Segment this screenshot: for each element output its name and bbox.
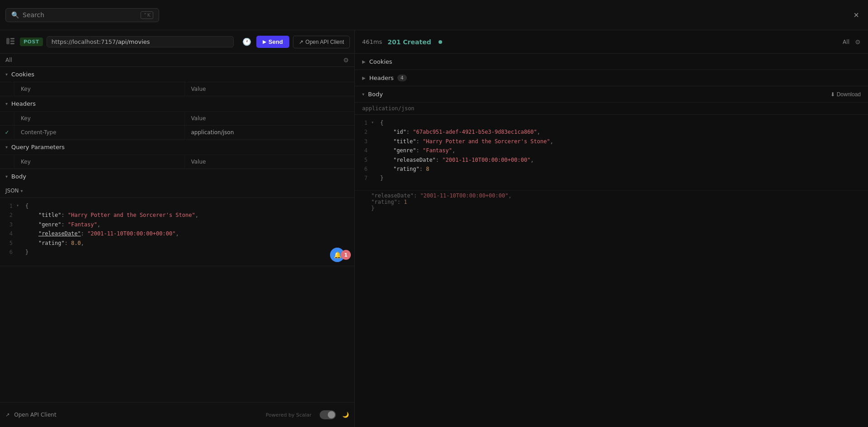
response-time: 461ms <box>362 38 382 45</box>
resp-code-line-2: 2 "id": "67abc951-adef-4921-b5e3-9d83ec1… <box>355 127 868 136</box>
cookies-section: ▾ Cookies Key Value <box>0 67 354 96</box>
body-chevron: ▾ <box>5 174 8 179</box>
powered-by-label: Powered by Scalar <box>266 412 311 418</box>
code-editor: 1 ▾ { 2 "title": "Harry Potter and the S… <box>0 198 354 260</box>
status-dot <box>439 40 442 44</box>
json-format-selector[interactable]: JSON ▾ <box>0 184 354 198</box>
resp-cookies-title: Cookies <box>369 58 392 65</box>
notification-count: 1 <box>341 250 351 260</box>
cookies-key-header: Key <box>14 82 185 96</box>
svg-rect-1 <box>10 38 14 39</box>
body-title: Body <box>11 173 26 180</box>
response-body-section: ▾ Body ⬇ Download application/json 1 ▾ {… <box>355 86 868 187</box>
theme-toggle[interactable] <box>320 410 336 419</box>
play-icon: ▶ <box>263 39 266 44</box>
keyboard-hint: ⌃K <box>141 11 153 19</box>
url-base: https://localhost:7157 <box>52 38 116 45</box>
resp-body-title: Body <box>368 91 383 98</box>
qp-check-cell <box>0 155 14 169</box>
response-headers-header[interactable]: ▶ Headers 4 <box>355 70 868 86</box>
cookies-header-row: Key Value <box>0 82 354 96</box>
json-chevron: ▾ <box>21 188 23 193</box>
history-button[interactable]: 🕐 <box>241 36 253 47</box>
body-editor[interactable]: 1 ▾ { 2 "title": "Harry Potter and the S… <box>0 198 354 266</box>
body-section-header[interactable]: ▾ Body <box>0 169 354 184</box>
open-api-button[interactable]: ↗ Open API Client <box>293 36 350 48</box>
resp-code-line-7: 7 } <box>355 174 868 183</box>
resp-cookies-chevron: ▶ <box>362 59 366 64</box>
left-panel-bottom: ↗ Open API Client Powered by Scalar 🌙 <box>0 402 354 427</box>
status-badge: 201 Created <box>387 38 431 46</box>
top-search-bar: 🔍 Search ⌃K × <box>0 0 868 30</box>
body-section: ▾ Body JSON ▾ 1 ▾ { 2 <box>0 169 354 266</box>
resp-code-line-4: 4 "genre": "Fantasy", <box>355 146 868 155</box>
headers-section-header[interactable]: ▾ Headers <box>0 96 354 111</box>
request-panel-header: All ⚙ <box>0 54 354 67</box>
content-type-checkbox[interactable]: ✓ <box>0 126 14 139</box>
content-type-value: application/json <box>185 126 355 139</box>
download-icon: ⬇ <box>830 91 835 98</box>
url-bar: POST https://localhost:7157 /api/movies … <box>0 30 354 54</box>
content-type-key: Content-Type <box>14 126 185 139</box>
moon-icon: 🌙 <box>342 412 349 418</box>
response-panel: 461ms 201 Created All ⚙ ▶ Cookies ▶ Head… <box>355 30 868 427</box>
response-all-label[interactable]: All <box>843 39 849 45</box>
notification-badge[interactable]: 🔔 1 <box>330 248 351 262</box>
headers-key-header: Key <box>14 112 185 125</box>
open-api-link-icon: ↗ <box>5 412 9 418</box>
resp-headers-chevron: ▶ <box>362 75 366 80</box>
response-content-type: application/json <box>355 103 868 115</box>
resp-body-chevron: ▾ <box>362 92 364 97</box>
code-line-4: 4 "releaseDate": "2001-11-10T00:00:00+00… <box>0 229 354 238</box>
open-api-link[interactable]: Open API Client <box>14 412 56 418</box>
sidebar-toggle-button[interactable] <box>5 36 16 48</box>
query-params-title: Query Parameters <box>11 144 65 150</box>
resp-code-line-1: 1 ▾ { <box>355 118 868 127</box>
cookies-chevron: ▾ <box>5 72 8 77</box>
search-box[interactable]: 🔍 Search ⌃K <box>5 8 159 22</box>
headers-title: Headers <box>11 100 36 107</box>
external-icon: ↗ <box>299 39 303 45</box>
check-icon: ✓ <box>5 129 9 136</box>
cookies-section-header[interactable]: ▾ Cookies <box>0 67 354 82</box>
resp-code-line-3: 3 "title": "Harry Potter and the Sorcere… <box>355 137 868 146</box>
response-cookies-header[interactable]: ▶ Cookies <box>355 54 868 70</box>
code-line-2: 2 "title": "Harry Potter and the Sorcere… <box>0 211 354 220</box>
svg-rect-3 <box>10 43 14 44</box>
close-button[interactable]: × <box>850 8 863 22</box>
send-label: Send <box>269 38 283 45</box>
url-input[interactable]: https://localhost:7157 /api/movies <box>47 36 234 47</box>
query-params-chevron: ▾ <box>5 145 8 150</box>
filter-button[interactable]: ⚙ <box>343 56 349 64</box>
json-type-label: JSON <box>5 188 19 194</box>
code-line-3: 3 "genre": "Fantasy", <box>0 220 354 229</box>
headers-header-row: Key Value <box>0 111 354 125</box>
cookies-title: Cookies <box>11 71 34 78</box>
response-headers-section: ▶ Headers 4 <box>355 70 868 86</box>
all-filter-label[interactable]: All <box>5 57 12 63</box>
query-params-section-header[interactable]: ▾ Query Parameters <box>0 140 354 155</box>
cookies-value-header: Value <box>185 82 355 96</box>
response-body-header[interactable]: ▾ Body ⬇ Download <box>355 86 868 103</box>
qp-value-header: Value <box>185 155 355 169</box>
headers-section: ▾ Headers Key Value ✓ Content-Type appli… <box>0 96 354 140</box>
header-row-content-type: ✓ Content-Type application/json <box>0 125 354 139</box>
http-method-badge: POST <box>20 38 43 46</box>
url-actions: 🕐 ▶ Send ↗ Open API Client <box>241 36 350 48</box>
resp-code-line-6: 6 "rating": 8 <box>355 164 868 174</box>
query-params-header-row: Key Value <box>0 155 354 169</box>
code-line-5: 5 "rating": 8.0, <box>0 239 354 248</box>
response-extra-content: "releaseDate": "2001-11-10T00:00:00+00:0… <box>355 190 868 211</box>
download-button[interactable]: ⬇ Download <box>830 91 861 98</box>
resp-code-line-5: 5 "releaseDate": "2001-11-10T00:00:00+00… <box>355 155 868 164</box>
theme-toggle-knob <box>328 411 335 418</box>
request-sections: All ⚙ ▾ Cookies Key Value ▾ Head <box>0 54 354 402</box>
resp-headers-title: Headers <box>369 75 394 81</box>
send-button[interactable]: ▶ Send <box>256 36 289 48</box>
query-params-section: ▾ Query Parameters Key Value <box>0 140 354 169</box>
qp-key-header: Key <box>14 155 185 169</box>
response-filter-button[interactable]: ⚙ <box>855 38 861 46</box>
code-line-6: 6 } <box>0 248 354 257</box>
headers-value-header: Value <box>185 112 355 125</box>
response-cookies-section: ▶ Cookies <box>355 54 868 70</box>
